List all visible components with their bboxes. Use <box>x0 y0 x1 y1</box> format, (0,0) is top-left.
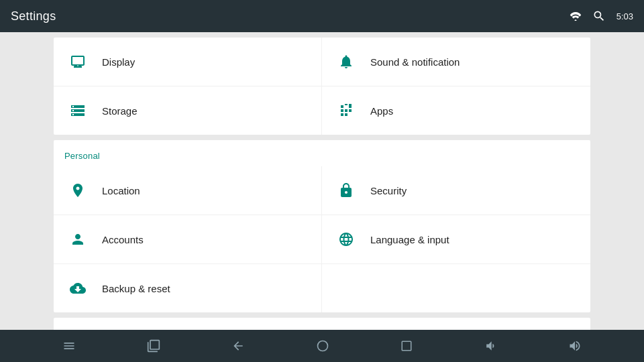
content-area: Display Sound & notification Storage <box>0 32 644 330</box>
settings-item-location[interactable]: Location <box>54 166 322 215</box>
wifi-icon <box>570 11 582 21</box>
storage-icon <box>64 97 91 124</box>
accounts-label: Accounts <box>102 234 144 245</box>
storage-label: Storage <box>102 105 138 117</box>
personal-grid: Location Security Accounts <box>54 166 590 312</box>
top-bar: Settings 5:03 <box>0 0 644 32</box>
settings-item-apps[interactable]: Apps <box>322 86 590 135</box>
top-bar-right: 5:03 <box>570 9 633 23</box>
accounts-icon <box>64 226 91 253</box>
security-label: Security <box>370 185 407 196</box>
back-icon[interactable] <box>231 339 245 353</box>
settings-item-accounts[interactable]: Accounts <box>54 215 322 264</box>
sound-label: Sound & notification <box>370 56 460 68</box>
page-title: Settings <box>11 9 56 23</box>
location-icon <box>64 177 91 204</box>
svg-rect-2 <box>402 341 411 351</box>
location-label: Location <box>102 185 140 196</box>
screenshot-icon[interactable] <box>147 339 160 353</box>
system-section: System Date & time Accessibility <box>54 318 590 330</box>
recents-icon[interactable] <box>400 340 413 352</box>
backup-icon <box>64 275 91 302</box>
security-icon <box>333 177 360 204</box>
apps-label: Apps <box>370 105 393 117</box>
language-icon <box>333 226 360 253</box>
volume-down-icon[interactable] <box>484 339 497 353</box>
settings-item-backup[interactable]: Backup & reset <box>54 264 322 312</box>
settings-item-security[interactable]: Security <box>322 166 590 215</box>
backup-label: Backup & reset <box>102 283 170 294</box>
settings-item-storage[interactable]: Storage <box>54 86 322 135</box>
device-grid: Display Sound & notification Storage <box>54 38 590 135</box>
sound-icon <box>333 48 360 75</box>
svg-point-0 <box>574 19 576 21</box>
display-label: Display <box>102 56 135 68</box>
personal-empty-cell <box>322 264 590 312</box>
home-icon[interactable] <box>316 339 329 353</box>
device-section: Display Sound & notification Storage <box>54 38 590 135</box>
bottom-nav-bar <box>0 330 644 362</box>
system-header: System <box>54 318 590 330</box>
apps-icon <box>333 97 360 124</box>
search-icon[interactable] <box>592 9 606 23</box>
svg-point-1 <box>318 341 328 351</box>
personal-section: Personal Location Security A <box>54 140 590 312</box>
display-icon <box>64 48 91 75</box>
volume-up-icon[interactable] <box>568 339 582 353</box>
language-label: Language & input <box>370 234 449 245</box>
settings-item-sound[interactable]: Sound & notification <box>322 38 590 86</box>
menu-icon[interactable] <box>62 339 76 353</box>
settings-item-display[interactable]: Display <box>54 38 322 86</box>
personal-header: Personal <box>54 140 590 166</box>
settings-item-language[interactable]: Language & input <box>322 215 590 264</box>
status-time: 5:03 <box>616 11 633 21</box>
